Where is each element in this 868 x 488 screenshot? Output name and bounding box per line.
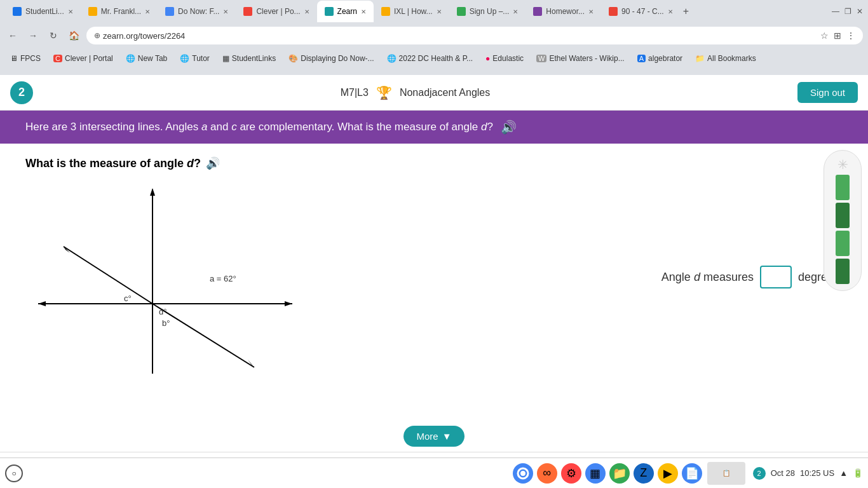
taskbar-chrome[interactable] <box>513 463 533 484</box>
refresh-button[interactable]: ↻ <box>46 28 61 43</box>
tab-close-icon[interactable]: ✕ <box>513 8 518 15</box>
more-button-row: More ▼ <box>0 410 868 452</box>
taskbar-app3[interactable]: ⚙ <box>561 463 581 484</box>
taskbar: ○ ∞ ⚙ ▦ 📁 Z ▶ 📄 📋 2 Oct 28 10:25 US ▲ 🔋 <box>0 458 868 488</box>
sign-out-button[interactable]: Sign out <box>797 82 858 103</box>
extensions-icon[interactable]: ⊞ <box>834 30 841 41</box>
tab-close-icon[interactable]: ✕ <box>223 8 228 15</box>
battery-icon: 🔋 <box>853 468 863 478</box>
problem-question: What is the measure of angle d? 🔊 <box>25 156 636 170</box>
bookmark-folder-icon: 📁 <box>695 54 705 63</box>
menu-icon[interactable]: ⋮ <box>846 30 855 41</box>
home-button[interactable]: 🏠 <box>66 28 81 43</box>
bookmark-star-icon[interactable]: ☆ <box>820 30 829 41</box>
bookmark-algebrator[interactable]: A algebrator <box>632 53 688 64</box>
tab-zearn[interactable]: Zearn ✕ <box>317 1 374 22</box>
bookmark-label: 2022 DC Health & P... <box>399 54 473 63</box>
bookmark-icon: 🎨 <box>288 54 298 63</box>
tab-favicon <box>243 7 252 16</box>
bookmark-donow[interactable]: 🎨 Displaying Do Now-... <box>283 53 379 64</box>
svg-line-5 <box>64 247 153 304</box>
bookmark-label: algebrator <box>648 54 682 63</box>
bookmark-dchealth[interactable]: 🌐 2022 DC Health & P... <box>382 53 478 64</box>
close-icon[interactable]: ✕ <box>857 7 863 16</box>
taskbar-app7[interactable]: ▶ <box>658 463 678 484</box>
tab-title: Homewor... <box>546 7 585 16</box>
tab-close-icon[interactable]: ✕ <box>588 8 593 15</box>
answer-input-box[interactable] <box>760 266 792 288</box>
sub-question-text: What is the measure of angle d? <box>25 157 201 170</box>
answer-italic-d: d <box>694 271 700 283</box>
tab-title: IXL | How... <box>394 7 433 16</box>
tab-calc[interactable]: 90 - 47 - C... ✕ <box>601 1 681 22</box>
tab-homework[interactable]: Homewor... ✕ <box>526 1 601 22</box>
taskbar-app5[interactable]: 📁 <box>609 463 630 484</box>
bookmark-icon: 🌐 <box>126 54 135 63</box>
taskbar-app8[interactable]: 📄 <box>682 463 702 484</box>
banner-italic-d: d <box>481 121 487 133</box>
taskbar-apps: ∞ ⚙ ▦ 📁 Z ▶ 📄 <box>513 463 702 484</box>
new-tab-button[interactable]: + <box>683 6 689 17</box>
audio-icon[interactable]: 🔊 <box>501 119 517 135</box>
tab-favicon <box>165 7 174 16</box>
tower-block-2 <box>836 203 850 228</box>
bookmark-studentlinks[interactable]: ▦ StudentLinks <box>217 53 281 64</box>
maximize-icon[interactable]: ❐ <box>844 7 851 16</box>
tab-close-icon[interactable]: ✕ <box>68 8 73 15</box>
tab-close-icon[interactable]: ✕ <box>668 8 673 15</box>
taskbar-zoom[interactable]: Z <box>634 463 654 484</box>
bookmark-icon: 🖥 <box>10 54 18 63</box>
more-button[interactable]: More ▼ <box>403 426 464 447</box>
chrome-icon <box>517 467 529 480</box>
tab-studentlinks[interactable]: StudentLi... ✕ <box>5 1 81 22</box>
minimize-icon[interactable]: — <box>832 7 839 16</box>
window-controls[interactable]: — ❐ ✕ <box>832 7 863 16</box>
back-button[interactable]: ← <box>5 28 20 43</box>
bookmark-fpcs[interactable]: 🖥 FPCS <box>5 53 46 64</box>
zearn-logo: 2 <box>10 81 33 104</box>
svg-marker-3 <box>285 301 292 306</box>
bookmark-allbookmarks[interactable]: 📁 All Bookmarks <box>690 53 761 64</box>
taskbar-app2[interactable]: ∞ <box>537 463 557 484</box>
bookmark-ethelwaters[interactable]: W Ethel Waters - Wikip... <box>531 53 630 64</box>
banner-italic-c: c <box>231 121 237 133</box>
bookmark-newtab[interactable]: 🌐 New Tab <box>121 53 172 64</box>
taskbar-doc-preview: 📋 <box>707 462 745 485</box>
taskbar-search-button[interactable]: ○ <box>5 464 23 482</box>
bookmark-label: FPCS <box>20 54 41 63</box>
bookmark-icon: ▦ <box>222 54 229 63</box>
bookmark-label: StudentLinks <box>232 54 276 63</box>
tab-signup[interactable]: Sign Up –... ✕ <box>449 1 526 22</box>
label-b: b° <box>162 318 170 328</box>
bookmark-label: Clever | Portal <box>65 54 113 63</box>
taskbar-right: 2 Oct 28 10:25 US ▲ 🔋 <box>753 467 863 480</box>
label-c: c° <box>124 294 132 303</box>
tab-favicon <box>88 7 97 16</box>
tab-clever[interactable]: Clever | Po... ✕ <box>236 1 316 22</box>
tab-close-icon[interactable]: ✕ <box>145 8 150 15</box>
sub-audio-icon[interactable]: 🔊 <box>206 156 220 170</box>
taskbar-app4[interactable]: ▦ <box>585 463 606 484</box>
tab-close-icon[interactable]: ✕ <box>304 8 309 15</box>
bookmark-edulastic[interactable]: ● Edulastic <box>480 53 529 64</box>
bookmark-label: All Bookmarks <box>707 54 756 63</box>
svg-line-7 <box>153 304 254 367</box>
url-text[interactable]: zearn.org/towers/2264 <box>103 31 815 41</box>
tab-close-icon[interactable]: ✕ <box>361 8 366 15</box>
tab-ixl[interactable]: IXL | How... ✕ <box>374 1 449 22</box>
trophy-icon: 🏆 <box>376 85 392 100</box>
tab-favicon <box>381 7 390 16</box>
wifi-icon: ▲ <box>839 468 848 478</box>
label-d: d° <box>159 307 166 316</box>
forward-button[interactable]: → <box>25 28 41 43</box>
tower-block-1 <box>836 175 850 200</box>
main-content: Here are 3 intersecting lines. Angles a … <box>0 111 868 488</box>
tab-favicon <box>609 7 618 16</box>
bookmark-icon: A <box>637 55 646 62</box>
bookmark-clever[interactable]: C Clever | Portal <box>48 53 118 64</box>
tab-donow[interactable]: Do Now: F... ✕ <box>158 1 236 22</box>
tab-mrfrank[interactable]: Mr. Frankl... ✕ <box>81 1 158 22</box>
address-bar[interactable]: ⊕ zearn.org/towers/2264 ☆ ⊞ ⋮ <box>86 27 863 44</box>
bookmark-tutor[interactable]: 🌐 Tutor <box>175 53 215 64</box>
tab-close-icon[interactable]: ✕ <box>437 8 442 15</box>
